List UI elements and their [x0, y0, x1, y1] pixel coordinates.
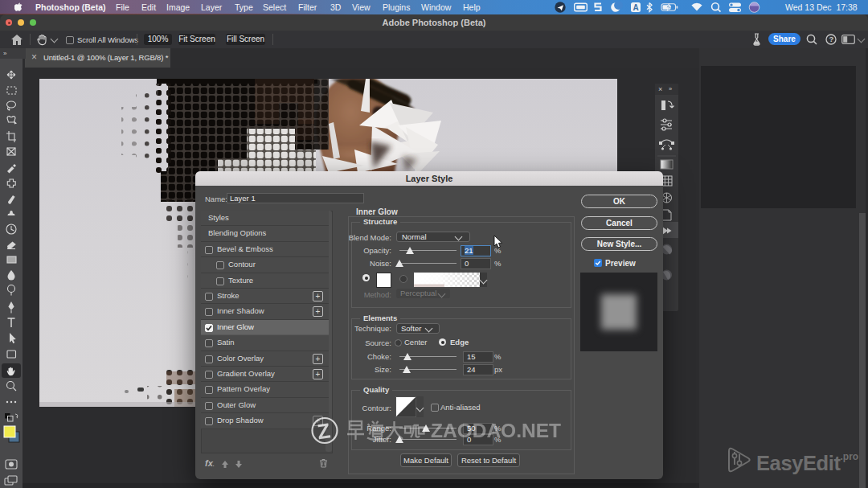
svg-text:?: ?	[829, 35, 833, 43]
svg-text:ZAODAO.NET: ZAODAO.NET	[431, 420, 561, 441]
svg-text:Z: Z	[316, 418, 332, 444]
svg-text:EasyEdit: EasyEdit	[756, 452, 841, 474]
svg-text:.pro: .pro	[841, 451, 859, 462]
svg-text:A: A	[633, 3, 639, 12]
